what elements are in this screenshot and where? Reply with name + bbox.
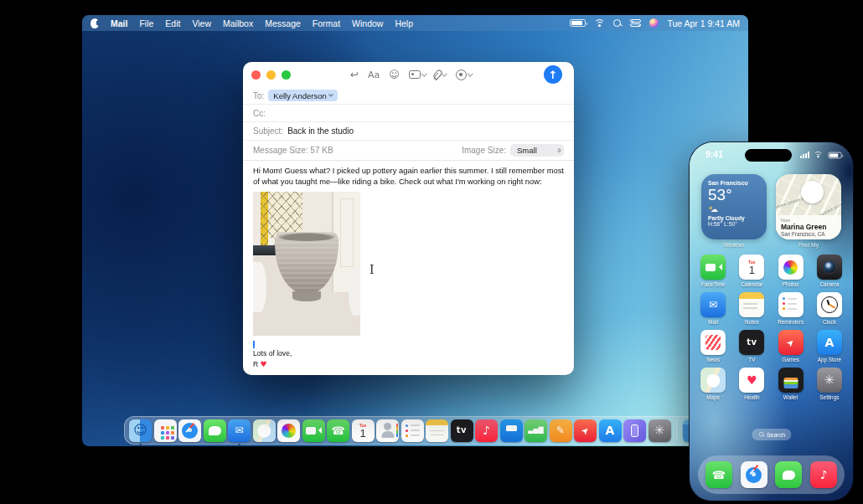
- iphone-search-pill[interactable]: Search: [752, 429, 791, 440]
- notes-app-icon[interactable]: [739, 292, 764, 317]
- launchpad-app-icon[interactable]: [154, 419, 177, 442]
- menu-clock[interactable]: Tue Apr 1 9:41 AM: [667, 18, 740, 28]
- iphone-dock-messages[interactable]: [775, 461, 802, 488]
- news-app-icon[interactable]: [700, 330, 726, 355]
- menu-message[interactable]: Message: [265, 18, 301, 28]
- menu-window[interactable]: Window: [352, 18, 383, 28]
- window-titlebar[interactable]: ↩ Aa ☺ ↑: [243, 62, 574, 87]
- apple-menu-icon[interactable]: [90, 18, 99, 28]
- weather-widget[interactable]: San Francisco 53° ☀☁ Partly Cloudy H:56°…: [701, 174, 767, 239]
- camera-app-icon[interactable]: [817, 255, 842, 280]
- reminders-app-icon[interactable]: [401, 419, 424, 442]
- recipient-token[interactable]: Kelly Anderson: [268, 90, 337, 101]
- pottery-photo[interactable]: [253, 192, 360, 336]
- wifi-icon[interactable]: [594, 19, 605, 28]
- iphone-app-wallet[interactable]: Wallet: [773, 368, 809, 400]
- dock-item-contacts[interactable]: [376, 419, 399, 442]
- iphone-app-games[interactable]: ➤Games: [773, 330, 809, 363]
- notes-app-icon[interactable]: [426, 419, 448, 442]
- dock-item-games[interactable]: ➤: [574, 419, 597, 442]
- dock-item-app-store[interactable]: A: [599, 419, 622, 442]
- menu-format[interactable]: Format: [313, 18, 340, 28]
- settings-app-icon[interactable]: ✳: [649, 419, 671, 442]
- calendar-app-icon[interactable]: Tue1: [352, 419, 375, 442]
- dock-item-facetime[interactable]: [302, 419, 325, 442]
- photos-app-icon[interactable]: [277, 419, 300, 442]
- undo-button[interactable]: ↩: [350, 69, 359, 80]
- zoom-button[interactable]: [282, 70, 291, 80]
- music-app-icon[interactable]: ♪: [810, 461, 837, 488]
- iphone-app-news[interactable]: News: [695, 330, 731, 363]
- mail-app-icon[interactable]: ✉: [228, 419, 251, 442]
- iphone-app-reminders[interactable]: Reminders: [773, 292, 809, 325]
- iphone-app-facetime[interactable]: FaceTime: [695, 255, 731, 287]
- dock-item-messages[interactable]: [204, 419, 226, 442]
- clock-app-icon[interactable]: [817, 292, 842, 317]
- findmy-widget[interactable]: MARINA GREEN DR MARINA BLVD Now Marina G…: [776, 174, 841, 239]
- tv-app-icon[interactable]: tv: [451, 419, 473, 442]
- phone-app-icon[interactable]: ☎: [705, 461, 732, 488]
- dock-item-numbers[interactable]: ▃▅▇: [525, 419, 547, 442]
- phone-app-icon[interactable]: ☎: [327, 419, 349, 442]
- dock-item-system-settings[interactable]: ✳: [649, 419, 671, 442]
- facetime-app-icon[interactable]: [302, 419, 325, 442]
- safari-app-icon[interactable]: [741, 461, 767, 488]
- dock-item-notes[interactable]: [426, 419, 448, 442]
- iphone-dock-music[interactable]: ♪: [810, 461, 837, 488]
- tv-app-icon[interactable]: tv: [739, 330, 764, 355]
- iphone-app-notes[interactable]: Notes: [733, 292, 770, 325]
- spotlight-search-icon[interactable]: [613, 19, 622, 28]
- dock-item-phone[interactable]: ☎: [327, 419, 349, 442]
- cc-field-row[interactable]: Cc:: [243, 105, 574, 122]
- siri-icon[interactable]: [649, 18, 659, 28]
- iphone-app-app-store[interactable]: AApp Store: [811, 330, 848, 363]
- iphone-app-clock[interactable]: Clock: [811, 292, 848, 325]
- music-app-icon[interactable]: ♪: [475, 419, 498, 442]
- iphone-app-settings[interactable]: ✳Settings: [811, 368, 848, 400]
- to-field-row[interactable]: To: Kelly Anderson: [243, 87, 574, 105]
- iphone-mirroring-app-icon[interactable]: [623, 419, 646, 442]
- menu-app-name[interactable]: Mail: [111, 18, 127, 28]
- dock-item-safari[interactable]: [178, 419, 201, 442]
- appstore-app-icon[interactable]: A: [599, 419, 622, 442]
- iphone-app-tv[interactable]: tvTV: [733, 330, 770, 363]
- message-body[interactable]: Hi Mom! Guess what? I picked up pottery …: [243, 161, 574, 369]
- dock-item-pages[interactable]: ✎: [550, 419, 572, 442]
- keynote-app-icon[interactable]: [500, 419, 523, 442]
- insert-media-button[interactable]: [456, 69, 473, 80]
- control-center-icon[interactable]: [630, 19, 641, 27]
- finder-app-icon[interactable]: ☺: [129, 419, 152, 442]
- safari-app-icon[interactable]: [178, 419, 201, 442]
- appstore-app-icon[interactable]: A: [817, 330, 842, 355]
- mail-app-icon[interactable]: ✉: [700, 292, 726, 317]
- format-button[interactable]: Aa: [368, 70, 380, 80]
- subject-field-row[interactable]: Subject: Back in the studio: [243, 122, 574, 141]
- iphone-app-camera[interactable]: Camera: [811, 255, 848, 287]
- menu-help[interactable]: Help: [395, 18, 413, 28]
- dock-item-calendar[interactable]: Tue1: [352, 419, 375, 442]
- messages-app-icon[interactable]: [204, 419, 226, 442]
- menu-edit[interactable]: Edit: [165, 18, 180, 28]
- close-button[interactable]: [251, 70, 261, 80]
- dock-item-music[interactable]: ♪: [475, 419, 498, 442]
- iphone-app-calendar[interactable]: Tue1Calendar: [733, 255, 770, 287]
- games-app-icon[interactable]: ➤: [778, 330, 804, 355]
- reminders-app-icon[interactable]: [778, 292, 804, 317]
- menu-file[interactable]: File: [139, 18, 153, 28]
- menu-view[interactable]: View: [192, 18, 211, 28]
- facetime-app-icon[interactable]: [700, 255, 726, 280]
- calendar-app-icon[interactable]: Tue1: [739, 255, 764, 280]
- signature[interactable]: Lots of love, R ♥: [253, 341, 564, 369]
- attach-file-button[interactable]: [435, 69, 447, 80]
- iphone-app-maps[interactable]: ➤Maps: [695, 368, 731, 400]
- iphone-app-health[interactable]: ♥Health: [733, 368, 770, 400]
- dock-item-keynote[interactable]: [500, 419, 523, 442]
- iphone-dock-phone[interactable]: ☎: [705, 461, 732, 488]
- send-button[interactable]: ↑: [544, 65, 562, 84]
- dock-item-mail[interactable]: ✉: [228, 419, 251, 442]
- battery-icon[interactable]: [570, 19, 586, 27]
- menu-mailbox[interactable]: Mailbox: [223, 18, 253, 28]
- photos-app-icon[interactable]: [778, 255, 804, 280]
- pages-app-icon[interactable]: ✎: [550, 419, 572, 442]
- maps-app-icon[interactable]: ➤: [253, 419, 276, 442]
